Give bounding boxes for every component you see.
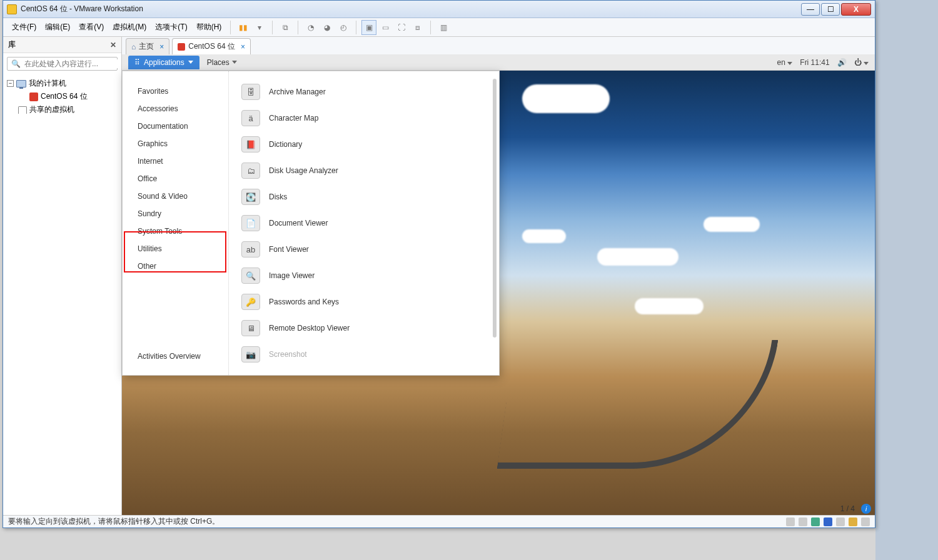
docview-icon: 📄 [241,215,260,231]
fullscreen-icon[interactable]: ⛶ [394,20,409,35]
tree-root[interactable]: − 我的计算机 [7,77,118,90]
app-label: Remote Desktop Viewer [269,324,350,332]
tab-home[interactable]: ⌂ 主页 × [126,38,169,54]
search-icon: 🔍 [11,59,21,68]
keyboard-layout[interactable]: en [777,58,793,67]
app-label: Passwords and Keys [269,298,339,306]
tab-close-icon[interactable]: × [159,42,164,51]
menu-tabs[interactable]: 选项卡(T) [151,20,191,34]
vm-icon [178,43,185,51]
app-item[interactable]: 💽Disks [229,184,499,210]
statusbar: 要将输入定向到该虚拟机，请将鼠标指针移入其中或按 Ctrl+G。 [3,515,875,528]
app-item[interactable]: 🔍Image Viewer [229,262,499,289]
app-item[interactable]: 📷Screenshot [229,341,499,368]
guest-display[interactable]: ⠿ Applications Places en Fri 11:41 🔊 ⏻ [122,54,875,515]
vm-main: ⌂ 主页 × CentOS 64 位 × [122,37,875,515]
tray-usb-icon[interactable] [824,518,832,526]
library-icon[interactable]: ▥ [436,20,451,35]
screenshot-icon: 📷 [241,346,260,362]
page-indicator: 1 / 4 [840,504,855,513]
tree-shared[interactable]: 共享的虚拟机 [7,103,118,116]
shared-icon [18,106,27,114]
tray-printer-icon[interactable] [836,518,845,526]
app-item[interactable]: 🗂Disk Usage Analyzer [229,158,499,184]
app-label: Disks [269,192,287,201]
tray-net-icon[interactable] [811,518,820,526]
app-label: Image Viewer [269,271,315,280]
tab-vm[interactable]: CentOS 64 位 × [172,38,251,54]
collapse-icon[interactable]: − [7,80,14,87]
vm-icon [29,92,38,101]
keys-icon: 🔑 [241,294,260,310]
tab-close-icon[interactable]: × [241,42,245,51]
chevron-down-icon [188,61,193,64]
app-item[interactable]: äCharacter Map [229,105,499,131]
places-menu-button[interactable]: Places [202,56,242,69]
rdp-icon: 🖥 [241,320,260,336]
snapshot-revert-icon[interactable]: ◕ [320,20,335,35]
menu-view[interactable]: 查看(V) [75,20,108,34]
power-icon[interactable]: ⏻ [854,58,869,67]
window-title: CentOS 64 位 - VMware Workstation [21,4,143,14]
close-button[interactable]: X [841,3,871,16]
send-keys-icon[interactable]: ⧉ [278,20,293,35]
category-item[interactable]: Sundry [123,205,228,222]
menu-vm[interactable]: 虚拟机(M) [109,20,150,34]
home-icon: ⌂ [131,42,136,51]
category-item[interactable]: Graphics [123,135,228,152]
snapshot-icon[interactable]: ◔ [303,20,318,35]
category-item[interactable]: Accessories [123,100,228,118]
computer-icon [16,80,26,88]
device-tray [786,518,870,526]
app-item[interactable]: 📄Document Viewer [229,210,499,236]
maximize-button[interactable]: ☐ [821,3,840,16]
app-item[interactable]: 🔑Passwords and Keys [229,289,499,315]
tree-label: 共享的虚拟机 [29,104,74,115]
pause-icon[interactable]: ▮▮ [236,20,251,35]
menu-help[interactable]: 帮助(H) [193,20,226,34]
chevron-down-icon [232,61,237,64]
unity-icon[interactable]: ⧈ [410,20,425,35]
app-list: 🗄Archive ManageräCharacter Map📕Dictionar… [229,71,499,375]
app-item[interactable]: 🖥Remote Desktop Viewer [229,315,499,341]
app-item[interactable]: 📕Dictionary [229,131,499,158]
app-label: Disk Usage Analyzer [269,166,338,175]
imgview-icon: 🔍 [241,268,260,284]
volume-icon[interactable]: 🔊 [837,58,847,67]
app-item[interactable]: 🗄Archive Manager [229,79,499,105]
app-item[interactable]: abFont Viewer [229,236,499,262]
sidebar-close-icon[interactable]: ✕ [110,41,116,49]
titlebar[interactable]: CentOS 64 位 - VMware Workstation — ☐ X [3,1,875,18]
view-thumbnail-icon[interactable]: ▭ [378,20,393,35]
category-item[interactable]: Sound & Video [123,188,228,205]
menu-edit[interactable]: 编辑(E) [41,20,74,34]
status-text: 要将输入定向到该虚拟机，请将鼠标指针移入其中或按 Ctrl+G。 [8,516,219,527]
category-item[interactable]: Documentation [123,118,228,135]
minimize-button[interactable]: — [801,3,820,16]
view-console-icon[interactable]: ▣ [361,20,376,35]
tree-vm[interactable]: CentOS 64 位 [7,90,118,103]
app-label: Character Map [269,114,318,122]
tray-sound-icon[interactable] [849,518,857,526]
category-item[interactable]: Office [123,170,228,188]
tray-hdd-icon[interactable] [786,518,795,526]
scrollbar[interactable] [493,79,497,338]
archive-icon: 🗄 [241,84,260,100]
vm-tree: − 我的计算机 CentOS 64 位 共享的虚拟机 [3,74,121,515]
font-icon: ab [241,241,260,258]
sidebar-search[interactable]: 🔍 ▾ [7,57,118,71]
snapshot-manager-icon[interactable]: ◴ [336,20,351,35]
applications-menu-button[interactable]: ⠿ Applications [128,56,199,69]
category-item[interactable]: Internet [123,152,228,170]
category-item[interactable]: Favorites [123,82,228,100]
app-icon [7,4,17,14]
menu-file[interactable]: 文件(F) [8,20,40,34]
activities-overview[interactable]: Activities Overview [123,348,228,365]
info-badge-icon[interactable]: i [861,504,871,514]
library-sidebar: 库 ✕ 🔍 ▾ − 我的计算机 CentOS 64 位 [3,37,122,515]
clock[interactable]: Fri 11:41 [800,58,829,67]
tray-display-icon[interactable] [861,518,870,526]
dropdown-icon[interactable]: ▾ [252,20,267,35]
search-input[interactable] [24,59,118,68]
tray-cd-icon[interactable] [799,518,807,526]
